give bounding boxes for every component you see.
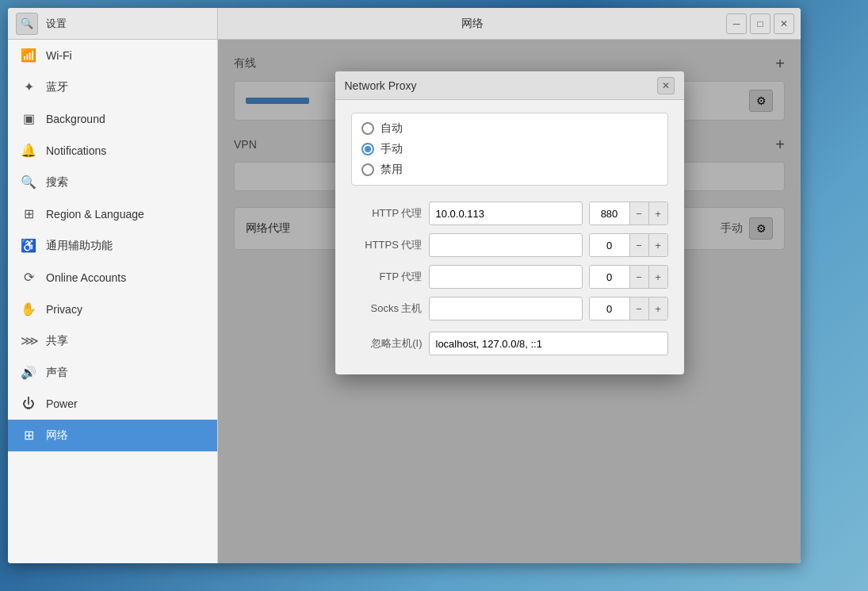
sidebar-item-notifications[interactable]: 🔔 Notifications [8, 135, 217, 167]
socks-port-plus[interactable]: + [648, 297, 667, 320]
sidebar-label-wifi: Wi-Fi [46, 49, 72, 62]
proxy-form: HTTP 代理 − + HTTPS 代理 [351, 201, 668, 355]
ftp-proxy-row: FTP 代理 − + [351, 265, 668, 289]
sidebar-item-wifi[interactable]: 📶 Wi-Fi [8, 40, 217, 71]
right-panel: 有线 + ⚙ VPN + [218, 40, 801, 563]
search-sidebar-icon: 🔍 [21, 175, 36, 190]
sidebar-label-region: Region & Language [46, 208, 144, 221]
http-proxy-row: HTTP 代理 − + [351, 201, 668, 225]
http-proxy-port-input[interactable] [590, 202, 629, 225]
wifi-icon: 📶 [21, 48, 36, 63]
bluetooth-icon: ✦ [21, 79, 36, 94]
sidebar-item-network[interactable]: ⊞ 网络 [8, 420, 217, 451]
minimize-button[interactable]: ─ [726, 13, 747, 34]
https-proxy-host-input[interactable] [429, 233, 583, 257]
background-icon: ▣ [21, 111, 36, 126]
power-icon: ⏻ [21, 397, 36, 411]
sidebar-label-bluetooth: 蓝牙 [46, 80, 68, 94]
app-name-label: 设置 [38, 17, 75, 31]
sidebar-item-background[interactable]: ▣ Background [8, 103, 217, 135]
sidebar-item-online-accounts[interactable]: ⟳ Online Accounts [8, 262, 217, 294]
ftp-proxy-port-minus[interactable]: − [629, 266, 648, 288]
notifications-icon: 🔔 [21, 143, 36, 158]
sidebar-item-accessibility[interactable]: ♿ 通用辅助功能 [8, 230, 217, 262]
https-proxy-port-group: − + [589, 233, 668, 257]
radio-disabled[interactable]: 禁用 [361, 163, 658, 177]
socks-host-row: Socks 主机 − + [351, 297, 668, 320]
dialog-body: 自动 手动 禁用 [335, 100, 684, 374]
sidebar-label-online-accounts: Online Accounts [46, 271, 126, 284]
sidebar: 📶 Wi-Fi ✦ 蓝牙 ▣ Background 🔔 Notification… [8, 40, 218, 563]
radio-manual[interactable]: 手动 [361, 142, 658, 156]
socks-port-minus[interactable]: − [629, 297, 648, 320]
search-button[interactable]: 🔍 [16, 13, 38, 35]
sidebar-label-privacy: Privacy [46, 303, 82, 316]
network-proxy-dialog: Network Proxy ✕ 自动 [335, 71, 684, 374]
https-proxy-label: HTTPS 代理 [351, 238, 423, 252]
window-controls: ─ □ ✕ [726, 13, 801, 34]
ftp-proxy-label: FTP 代理 [351, 270, 423, 284]
socks-port-input[interactable] [590, 297, 629, 320]
ignore-hosts-input[interactable] [429, 332, 668, 355]
sidebar-item-region[interactable]: ⊞ Region & Language [8, 198, 217, 230]
socks-host-input[interactable] [429, 297, 583, 320]
https-proxy-row: HTTPS 代理 − + [351, 233, 668, 257]
search-icon: 🔍 [21, 17, 33, 29]
sidebar-label-power: Power [46, 397, 78, 410]
network-icon: ⊞ [21, 428, 36, 443]
ignore-hosts-label: 忽略主机(I) [351, 336, 423, 351]
main-window: 🔍 设置 网络 ─ □ ✕ 📶 Wi-Fi ✦ 蓝牙 ▣ Background [8, 8, 801, 563]
https-proxy-port-input[interactable] [590, 234, 629, 256]
socks-host-label: Socks 主机 [351, 301, 423, 316]
sidebar-item-bluetooth[interactable]: ✦ 蓝牙 [8, 71, 217, 103]
accessibility-icon: ♿ [21, 238, 36, 253]
radio-circle-manual [361, 143, 374, 155]
http-proxy-port-minus[interactable]: − [629, 202, 648, 225]
content-area: 📶 Wi-Fi ✦ 蓝牙 ▣ Background 🔔 Notification… [8, 40, 801, 563]
ftp-proxy-port-plus[interactable]: + [648, 266, 667, 288]
maximize-button[interactable]: □ [750, 13, 770, 34]
dialog-title: Network Proxy [345, 79, 417, 92]
radio-label-manual: 手动 [380, 142, 403, 156]
region-icon: ⊞ [21, 206, 36, 221]
privacy-icon: ✋ [21, 301, 36, 317]
sidebar-label-network: 网络 [46, 428, 68, 443]
sidebar-label-sharing: 共享 [46, 334, 68, 348]
http-proxy-port-group: − + [589, 201, 668, 225]
proxy-mode-radio-group: 自动 手动 禁用 [351, 113, 668, 186]
http-proxy-port-plus[interactable]: + [648, 202, 667, 225]
title-bar: 🔍 设置 网络 ─ □ ✕ [8, 8, 801, 40]
sidebar-label-background: Background [46, 113, 105, 125]
radio-label-auto: 自动 [380, 121, 403, 136]
ftp-proxy-port-input[interactable] [590, 266, 629, 288]
dialog-close-button[interactable]: ✕ [657, 77, 675, 94]
window-title: 网络 [218, 17, 726, 31]
sidebar-label-search: 搜索 [46, 175, 68, 190]
sidebar-item-power[interactable]: ⏻ Power [8, 389, 217, 420]
dialog-titlebar: Network Proxy ✕ [335, 71, 684, 100]
socks-port-group: − + [589, 297, 668, 320]
http-proxy-label: HTTP 代理 [351, 206, 423, 221]
close-button[interactable]: ✕ [774, 13, 794, 34]
modal-overlay: Network Proxy ✕ 自动 [218, 40, 801, 563]
sound-icon: 🔊 [21, 365, 36, 380]
sidebar-item-sound[interactable]: 🔊 声音 [8, 357, 217, 389]
sidebar-label-sound: 声音 [46, 366, 68, 380]
radio-auto[interactable]: 自动 [361, 121, 658, 136]
sidebar-item-search[interactable]: 🔍 搜索 [8, 167, 217, 198]
sharing-icon: ⋙ [21, 333, 36, 348]
ftp-proxy-port-group: − + [589, 265, 668, 289]
radio-label-disabled: 禁用 [380, 163, 403, 177]
http-proxy-host-input[interactable] [429, 201, 583, 225]
title-bar-search-area: 🔍 设置 [8, 8, 218, 39]
https-proxy-port-plus[interactable]: + [648, 234, 667, 256]
https-proxy-port-minus[interactable]: − [629, 234, 648, 256]
sidebar-label-accessibility: 通用辅助功能 [46, 239, 113, 253]
radio-circle-auto [361, 122, 374, 135]
sidebar-label-notifications: Notifications [46, 144, 106, 157]
ignore-hosts-row: 忽略主机(I) [351, 332, 668, 355]
sidebar-item-sharing[interactable]: ⋙ 共享 [8, 325, 217, 357]
radio-circle-disabled [361, 163, 374, 176]
ftp-proxy-host-input[interactable] [429, 265, 583, 289]
sidebar-item-privacy[interactable]: ✋ Privacy [8, 294, 217, 325]
